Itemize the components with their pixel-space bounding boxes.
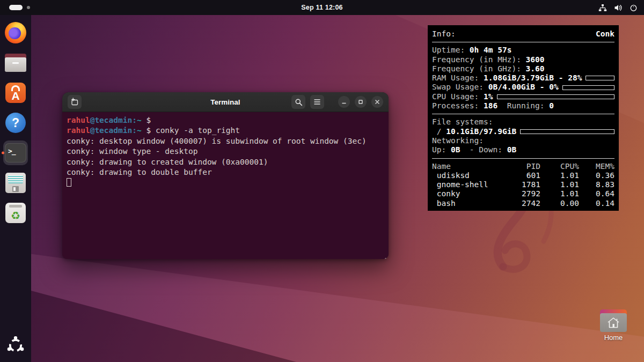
process-table-header: Name PID CPU% MEM% (432, 162, 614, 171)
conky-fs-title: File systems: (432, 117, 614, 127)
prompt-user: rahul (67, 116, 90, 124)
ubuntu-logo-icon (6, 336, 25, 354)
new-tab-button[interactable] (68, 95, 82, 109)
prompt-tilde: ~ (137, 116, 142, 124)
network-wired-icon[interactable] (598, 4, 607, 12)
conky-header: Info: Conk (432, 29, 614, 39)
prompt-dollar: $ (142, 116, 151, 124)
top-bar: Sep 11 12:06 (0, 0, 644, 15)
prompt-dollar: $ (142, 126, 151, 135)
dock-item-terminal[interactable]: >_ (3, 141, 28, 165)
maximize-button[interactable] (355, 96, 367, 108)
prompt-host: @tecadmin: (90, 116, 137, 124)
minimize-icon (341, 99, 347, 105)
conky-ram-row: RAM Usage: 1.08GiB/3.79GiB - 28% (432, 73, 614, 83)
search-button[interactable] (291, 95, 305, 109)
close-icon (374, 99, 380, 105)
command-text: conky -a top_right (151, 126, 240, 135)
running-indicator-dot (2, 152, 4, 154)
process-row: gnome-shell 1781 1.01 8.83 (432, 180, 614, 189)
search-icon (295, 98, 303, 106)
dock: A ? >_ ♻ (0, 15, 31, 362)
dock-item-files[interactable] (3, 50, 28, 75)
terminal-icon: >_ (5, 143, 26, 162)
terminal-line: rahul@tecadmin:~ $ conky -a top_right (67, 125, 384, 136)
show-apps-button[interactable] (3, 333, 28, 358)
conky-freq-ghz-row: Frequency (in GHz): 3.60 (432, 64, 614, 73)
terminal-titlebar[interactable]: Terminal (62, 92, 389, 112)
conky-uptime-row: Uptime: 0h 4m 57s (432, 46, 614, 55)
dock-item-firefox[interactable] (3, 20, 28, 45)
minimize-button[interactable] (338, 96, 350, 108)
terminal-line: rahul@tecadmin:~ $ (67, 115, 384, 125)
swap-progress-bar (562, 85, 614, 90)
terminal-output-line: conky: drawing to created window (0xa000… (67, 157, 384, 167)
help-icon: ? (5, 113, 26, 133)
home-label: Home (598, 334, 629, 342)
hamburger-menu-icon (313, 99, 321, 105)
conky-fs-row: / 10.1GiB/97.9GiB (432, 127, 614, 136)
dock-item-help[interactable]: ? (3, 110, 28, 135)
conky-divider (432, 42, 614, 42)
conky-header-left: Info: (432, 29, 456, 39)
dock-item-ubuntu-software[interactable]: A (3, 80, 28, 105)
dock-item-floppy[interactable] (3, 171, 28, 195)
terminal-cursor (67, 178, 71, 187)
terminal-screen[interactable]: rahul@tecadmin:~ $ rahul@tecadmin:~ $ co… (62, 112, 389, 259)
process-row: conky 2792 1.01 0.64 (432, 189, 614, 198)
new-tab-icon (70, 98, 79, 106)
files-icon (5, 54, 26, 72)
menu-button[interactable] (310, 95, 324, 109)
terminal-output-line: conky: window type - desktop (67, 146, 384, 157)
process-row: bash 2742 0.00 0.14 (432, 199, 614, 208)
conky-cpu-row: CPU Usage: 1% (432, 92, 614, 101)
terminal-output-line: conky: drawing to double buffer (67, 167, 384, 178)
cpu-progress-bar (497, 94, 615, 99)
terminal-window: Terminal (62, 92, 389, 259)
power-icon[interactable] (630, 4, 638, 12)
conky-processes-row: Processes: 186 Running: 0 (432, 101, 614, 110)
conky-header-right: Conk (596, 29, 614, 39)
conky-divider (432, 114, 614, 114)
system-status-area[interactable] (598, 0, 638, 15)
clock[interactable]: Sep 11 12:06 (0, 4, 644, 11)
prompt-host: @tecadmin: (90, 126, 137, 135)
conky-widget: Info: Conk Uptime: 0h 4m 57s Frequency (… (428, 25, 619, 211)
dock-item-trash[interactable]: ♻ (3, 201, 28, 225)
conky-divider (432, 158, 614, 159)
trash-icon: ♻ (5, 203, 26, 223)
conky-freq-mhz-row: Frequency (in MHz): 3600 (432, 55, 614, 64)
conky-networking-title: Networking: (432, 136, 614, 145)
software-letter-glyph: A (11, 90, 19, 101)
maximize-icon (357, 99, 364, 105)
recycle-glyph: ♻ (11, 210, 20, 221)
terminal-cursor-line (67, 178, 384, 188)
conky-network-row: Up: 0B - Down: 0B (432, 145, 614, 154)
help-question-glyph: ? (12, 116, 19, 130)
conky-swap-row: Swap Usage: 0B/4.00GiB - 0% (432, 83, 614, 92)
prompt-tilde: ~ (137, 126, 142, 135)
terminal-output-line: conky: desktop window (400007) is subwin… (67, 136, 384, 146)
floppy-disk-icon (5, 173, 26, 193)
house-icon (606, 316, 621, 329)
ubuntu-software-icon: A (5, 83, 26, 103)
process-row: udisksd 601 1.01 0.36 (432, 171, 614, 180)
home-folder-launcher[interactable]: Home (598, 309, 629, 342)
close-button[interactable] (371, 96, 383, 108)
desktop: Sep 11 12:06 (0, 0, 644, 362)
firefox-icon (5, 22, 26, 43)
home-folder-icon (600, 309, 627, 332)
prompt-user: rahul (67, 126, 90, 135)
volume-icon[interactable] (614, 4, 623, 12)
fs-progress-bar (520, 129, 614, 134)
terminal-prompt-glyph: >_ (8, 147, 16, 155)
ram-progress-bar (586, 76, 614, 80)
